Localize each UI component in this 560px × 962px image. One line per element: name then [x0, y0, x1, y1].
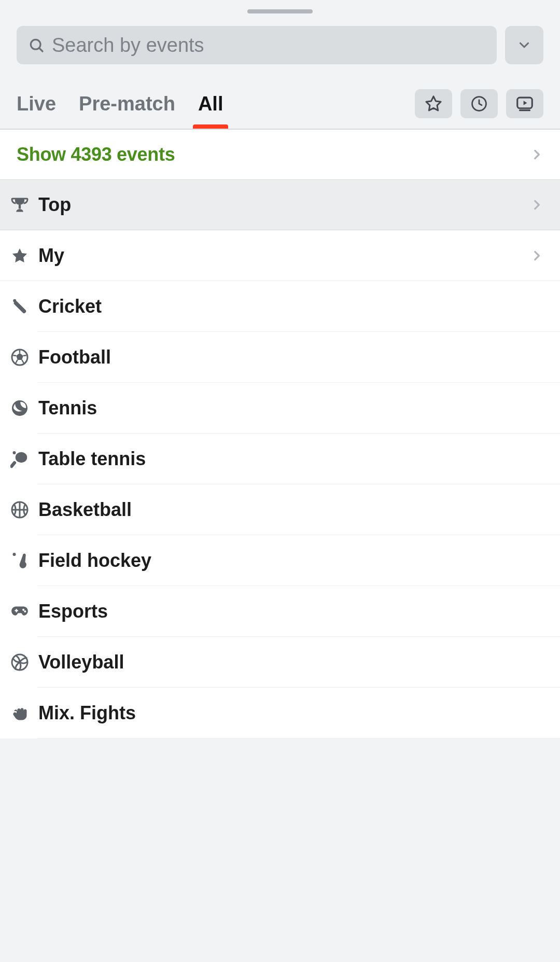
- sport-row-basketball[interactable]: Basketball: [0, 484, 560, 535]
- football-icon: [9, 347, 30, 368]
- svg-line-15: [23, 355, 26, 356]
- sport-row-field-hockey[interactable]: Field hockey: [0, 535, 560, 586]
- tab-prematch[interactable]: Pre-match: [79, 79, 175, 129]
- section-top[interactable]: Top: [0, 179, 560, 230]
- sport-label: Cricket: [38, 296, 102, 317]
- search-input[interactable]: [52, 34, 485, 57]
- section-my[interactable]: My: [0, 230, 560, 281]
- svg-marker-5: [524, 101, 527, 105]
- drag-handle[interactable]: [247, 9, 313, 13]
- svg-rect-28: [16, 609, 17, 612]
- sport-label: Mix. Fights: [38, 702, 136, 724]
- show-events-label: Show 4393 events: [17, 144, 175, 165]
- sport-label: Football: [38, 346, 111, 368]
- tabs: Live Pre-match All: [17, 79, 543, 129]
- chevron-right-icon: [530, 148, 543, 161]
- dropdown-toggle-button[interactable]: [505, 26, 543, 64]
- tab-live[interactable]: Live: [17, 79, 56, 129]
- sport-label: Basketball: [38, 499, 132, 521]
- star-filled-icon: [9, 245, 30, 266]
- tennis-icon: [9, 398, 30, 419]
- svg-line-1: [39, 48, 43, 51]
- section-top-label: Top: [38, 194, 71, 216]
- svg-rect-20: [10, 461, 17, 468]
- sport-list: Cricket Football Tennis Table tennis Bas…: [0, 281, 560, 738]
- svg-point-19: [16, 452, 27, 463]
- svg-point-24: [13, 553, 16, 556]
- sport-label: Esports: [38, 601, 108, 622]
- sport-label: Tennis: [38, 397, 97, 419]
- sport-label: Table tennis: [38, 448, 146, 470]
- svg-rect-10: [13, 300, 27, 314]
- search-icon: [28, 37, 45, 53]
- fist-icon: [9, 703, 30, 723]
- chevron-right-icon: [530, 249, 543, 262]
- trophy-icon: [9, 194, 30, 215]
- svg-marker-12: [16, 353, 23, 360]
- star-icon: [424, 94, 443, 113]
- cricket-icon: [9, 296, 30, 317]
- recent-button[interactable]: [460, 89, 498, 118]
- table-tennis-icon: [9, 449, 30, 469]
- sport-row-tennis[interactable]: Tennis: [0, 383, 560, 434]
- svg-marker-8: [12, 248, 27, 262]
- sport-label: Field hockey: [38, 550, 151, 571]
- sport-row-table-tennis[interactable]: Table tennis: [0, 434, 560, 484]
- svg-rect-7: [19, 205, 21, 209]
- search-box[interactable]: [17, 26, 497, 64]
- live-tv-button[interactable]: [506, 89, 543, 118]
- clock-icon: [470, 95, 488, 113]
- svg-line-16: [16, 360, 18, 364]
- favorites-button[interactable]: [415, 89, 452, 118]
- volleyball-icon: [9, 652, 30, 673]
- svg-line-14: [13, 355, 16, 356]
- show-events-button[interactable]: Show 4393 events: [0, 130, 560, 179]
- tab-all[interactable]: All: [198, 79, 223, 129]
- sport-label: Volleyball: [38, 651, 124, 673]
- gamepad-icon: [9, 601, 30, 622]
- svg-marker-2: [426, 96, 441, 110]
- sport-row-esports[interactable]: Esports: [0, 586, 560, 637]
- chevron-right-icon: [530, 198, 543, 212]
- chevron-down-icon: [516, 37, 532, 53]
- field-hockey-icon: [9, 550, 30, 571]
- svg-point-25: [22, 609, 24, 611]
- svg-point-26: [24, 610, 26, 612]
- sport-row-football[interactable]: Football: [0, 332, 560, 383]
- sport-row-cricket[interactable]: Cricket: [0, 281, 560, 332]
- live-tv-icon: [515, 94, 535, 114]
- sport-row-mix-fights[interactable]: Mix. Fights: [0, 688, 560, 738]
- svg-line-17: [22, 360, 24, 364]
- sport-row-volleyball[interactable]: Volleyball: [0, 637, 560, 688]
- basketball-icon: [9, 499, 30, 520]
- section-my-label: My: [38, 245, 64, 267]
- svg-point-18: [13, 451, 16, 454]
